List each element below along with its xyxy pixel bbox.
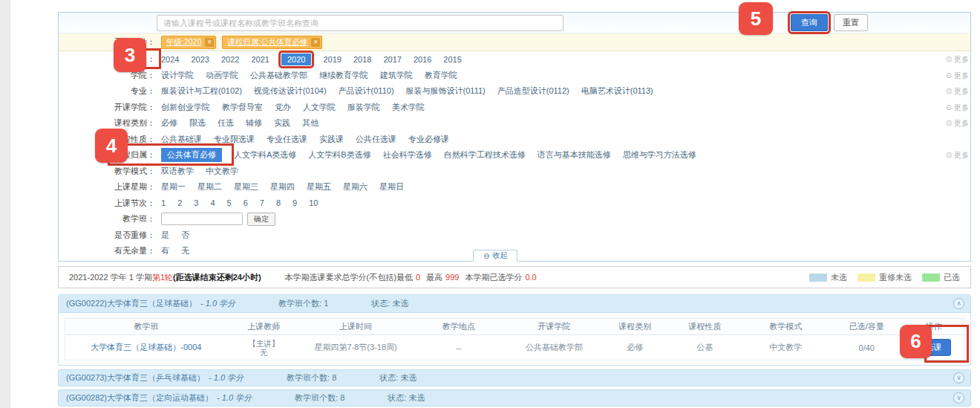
filter-option[interactable]: 10 [309,198,318,207]
filter-row-class-number: 教学班： 确定 [59,211,972,227]
more-link[interactable]: ⊙ 更多 [946,150,969,161]
filter-option[interactable]: 思维与学习方法选修 [623,149,696,161]
filter-label-retake: 是否重修： [59,230,161,241]
course-group-orienteering[interactable]: (GG00282)大学体育三（定向运动基础） - 1.0 学分 教学班个数: 8… [58,389,971,407]
more-link[interactable]: ⊙ 更多 [946,103,969,113]
filter-option[interactable]: 限选 [189,117,206,129]
filter-option[interactable]: 2024 [161,55,179,64]
more-link[interactable]: ⊙ 更多 [946,118,969,129]
filter-option[interactable]: 星期四 [270,181,295,192]
filter-option[interactable]: 党办 [275,102,291,113]
filter-option[interactable]: 设计学院 [161,70,194,81]
filter-option[interactable]: 视觉传达设计(0104) [254,85,327,97]
condition-tag-belong[interactable]: 课程归属:公共体育必修 × [222,36,322,49]
filter-option[interactable]: 2017 [383,55,401,64]
class-number-input[interactable] [161,213,243,225]
filter-option[interactable]: 其他 [302,117,318,129]
more-link[interactable]: ⊙ 更多 [946,54,969,65]
filter-option[interactable]: 4 [210,198,215,207]
filter-option[interactable]: 星期一 [161,181,186,192]
legend-label: 已选 [944,272,960,283]
search-input[interactable] [157,15,564,31]
filter-option[interactable]: 公共基础教学部 [250,70,307,81]
expand-group-icon[interactable]: ∨ [953,372,964,383]
filter-option[interactable]: 是 [161,230,169,241]
filter-option[interactable]: 辅修 [246,117,262,129]
filter-option[interactable]: 专业必修课 [408,134,449,145]
filter-option[interactable]: 美术学院 [392,102,425,113]
filter-option[interactable]: 7 [260,198,264,207]
filter-option[interactable]: 服装设计与工程(0102) [161,85,242,97]
expand-group-icon[interactable]: ∨ [953,392,964,404]
reset-button[interactable]: 重置 [834,14,868,31]
filter-option-selected-grade[interactable]: 2020 [281,54,311,65]
filter-option[interactable]: 6 [244,198,248,207]
filter-option[interactable]: 服装与服饰设计(0111) [406,85,486,97]
filter-option[interactable]: 实践课 [319,134,344,145]
filter-option[interactable]: 建筑学院 [380,70,413,81]
filter-option[interactable]: 任选 [218,117,234,129]
filter-option[interactable]: 2023 [191,55,209,64]
close-icon[interactable]: × [311,38,320,47]
filter-option[interactable]: 5 [227,198,232,207]
filter-option[interactable]: 双语教学 [161,166,194,177]
condition-tag-grade[interactable]: 年级:2020 × [161,36,216,49]
filter-option[interactable]: 星期日 [379,181,404,192]
filter-option[interactable]: 公共基础课 [161,134,202,145]
filter-option[interactable]: 星期二 [197,181,222,192]
filter-option[interactable]: 2021 [251,55,269,64]
close-icon[interactable]: × [205,38,214,47]
filter-option[interactable]: 自然科学工程技术选修 [444,149,526,161]
course-group-pingpong[interactable]: (GG00273)大学体育三（乒乓球基础） - 1.0 学分 教学班个数: 8 … [58,369,971,386]
filter-option[interactable]: 专业限选课 [214,134,255,145]
filter-option[interactable]: 8 [276,198,281,207]
filter-option-selected-belong[interactable]: 公共体育必修 [161,148,222,162]
filter-option[interactable]: 创新创业学院 [161,102,210,113]
class-category: 必修 [602,340,668,354]
filter-option[interactable]: 星期三 [234,181,258,192]
filter-option[interactable]: 有 [161,245,169,256]
filter-option[interactable]: 2019 [323,55,341,64]
filter-option[interactable]: 星期五 [307,181,331,192]
filter-option[interactable]: 教学督导室 [222,102,263,113]
filter-option[interactable]: 产品造型设计(0112) [497,85,569,97]
more-link[interactable]: ⊙ 更多 [946,71,969,81]
filter-option[interactable]: 2022 [221,55,239,64]
filter-option[interactable]: 动画学院 [206,70,238,81]
course-group-header[interactable]: (GG00222)大学体育三（足球基础） - 1.0 学分 教学班个数: 1 状… [59,295,970,313]
filter-option[interactable]: 实践 [274,117,290,129]
filter-option[interactable]: 继续教育学院 [319,70,368,81]
filter-option[interactable]: 电脑艺术设计(0113) [581,85,653,97]
filter-option[interactable]: 9 [293,198,297,207]
filter-option[interactable]: 人文学科B类选修 [308,149,370,161]
query-button[interactable]: 查询 [791,14,828,31]
filter-option[interactable]: 星期六 [343,181,368,192]
filter-option[interactable]: 公共任选课 [356,134,396,145]
filter-option[interactable]: 必修 [161,117,177,129]
filter-option[interactable]: 3 [194,198,198,207]
class-name-link[interactable]: 大学体育三（足球基础）-0004 [65,340,227,354]
filter-option[interactable]: 2018 [353,55,371,64]
filter-option[interactable]: 人文学科A类选修 [234,149,296,161]
filter-option[interactable]: 2016 [414,55,431,64]
filter-option[interactable]: 中文教学 [206,166,238,177]
left-gutter [0,0,10,408]
filter-label-course-category: 课程类别： [59,117,161,129]
collapse-tab[interactable]: ⊖ 收起 [473,250,517,262]
filter-option[interactable]: 2 [177,198,182,207]
filter-option[interactable]: 专业任选课 [267,134,307,145]
more-link[interactable]: ⊙ 更多 [946,86,969,97]
filter-option[interactable]: 语言与基本技能选修 [538,149,611,161]
collapse-group-icon[interactable]: ∧ [953,298,964,309]
filter-option[interactable]: 无 [181,245,189,256]
filter-option[interactable]: 服装学院 [347,102,380,113]
filter-option[interactable]: 1 [161,198,166,207]
filter-option[interactable]: 教育学院 [425,70,457,81]
filter-option[interactable]: 社会科学选修 [383,149,432,161]
filter-option[interactable]: 2015 [443,55,461,64]
class-mode: 中文教学 [742,340,830,354]
confirm-button[interactable]: 确定 [247,213,275,226]
filter-option[interactable]: 产品设计(0110) [339,85,394,97]
filter-option[interactable]: 人文学院 [303,102,336,113]
filter-option[interactable]: 否 [181,230,189,241]
